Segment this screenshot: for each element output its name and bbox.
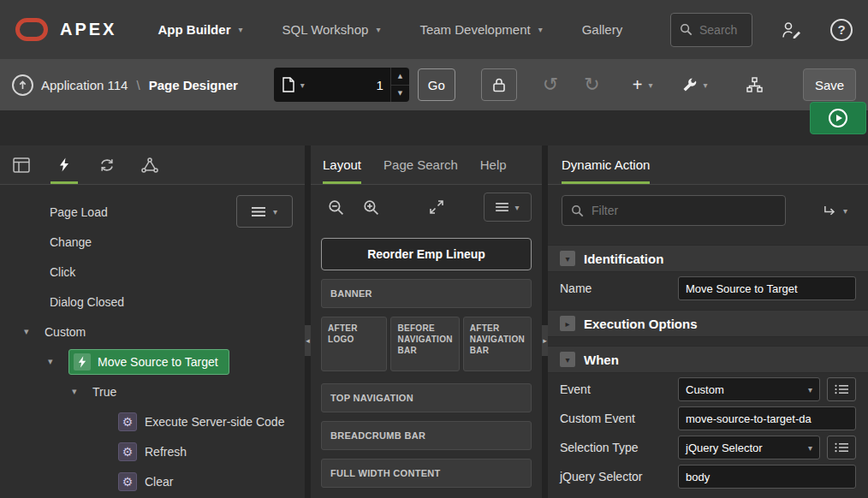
gear-icon: ⚙	[118, 472, 137, 491]
custom-event-input[interactable]	[678, 406, 856, 430]
tree-item-label: Custom	[45, 325, 86, 339]
stepper-up-icon[interactable]: ▲	[391, 68, 409, 86]
collapse-left-icon[interactable]: ◂	[305, 325, 311, 356]
tab-dynamic-action[interactable]: Dynamic Action	[562, 145, 650, 184]
expand-icon[interactable]: ▸	[560, 316, 575, 331]
redo-icon[interactable]: ↻	[584, 75, 599, 94]
page-selector[interactable]: ▾ ▲ ▼	[274, 68, 409, 102]
collapse-icon[interactable]: ▾	[560, 251, 575, 266]
shared-components-view-button[interactable]	[746, 77, 763, 92]
event-select[interactable]: Custom ▾	[678, 377, 820, 401]
go-to-group-button[interactable]: ▾	[823, 205, 847, 217]
filter-box[interactable]	[562, 195, 786, 226]
field-label: Name	[560, 282, 678, 295]
selection-type-list-button[interactable]	[827, 436, 856, 459]
tree-menu-button[interactable]: ▾	[236, 195, 293, 228]
tree-item-refresh[interactable]: ⚙ Refresh	[0, 436, 305, 466]
section-execution-options[interactable]: ▸ Execution Options	[548, 310, 868, 337]
layout-region-before-navigation-bar[interactable]: BEFORE NAVIGATION BAR	[390, 317, 459, 371]
section-when[interactable]: ▾ When	[548, 346, 868, 373]
layout-region-breadcrumb-bar[interactable]: BREADCRUMB BAR	[321, 421, 532, 450]
tree-item-label: Click	[50, 265, 75, 279]
tab-processing[interactable]	[86, 145, 128, 184]
nav-label: Team Development	[419, 22, 530, 37]
field-row-event: Event Custom ▾	[548, 376, 868, 402]
header-search[interactable]	[670, 13, 752, 47]
section-identification[interactable]: ▾ Identification	[548, 245, 868, 272]
tree-expand-icon[interactable]: ▾	[48, 356, 68, 367]
filter-input[interactable]	[592, 204, 776, 217]
layout-region-grid: AFTER LOGO BEFORE NAVIGATION BAR AFTER N…	[321, 317, 532, 371]
nav-sql-workshop[interactable]: SQL Workshop ▾	[282, 22, 381, 37]
create-menu-button[interactable]: + ▾	[633, 75, 653, 95]
stepper-down-icon[interactable]: ▼	[391, 86, 409, 103]
page-finder-dropdown[interactable]: ▾	[274, 77, 313, 92]
layout-region-full-width-content[interactable]: FULL WIDTH CONTENT	[321, 459, 532, 488]
jquery-selector-input[interactable]	[678, 465, 856, 489]
layout-toolbar: ▾	[311, 185, 542, 229]
save-button[interactable]: Save	[803, 68, 856, 101]
tab-page-shared-components[interactable]	[128, 145, 171, 184]
zoom-out-icon[interactable]	[328, 199, 344, 216]
page-number-stepper[interactable]: ▲ ▼	[390, 68, 409, 102]
back-to-app-icon[interactable]	[12, 74, 33, 96]
collapse-right-icon[interactable]: ▸	[542, 325, 548, 356]
go-to-icon	[823, 205, 837, 217]
selected-tree-node[interactable]: Move Source to Target	[68, 349, 229, 375]
left-splitter[interactable]: ◂	[305, 145, 311, 498]
nav-app-builder[interactable]: App Builder ▾	[158, 22, 242, 37]
save-and-run-button[interactable]	[810, 102, 866, 134]
undo-icon[interactable]: ↺	[543, 75, 558, 94]
tree-item-click[interactable]: Click	[0, 257, 305, 287]
menu-icon	[252, 206, 265, 217]
chevron-down-icon: ▾	[238, 25, 242, 34]
help-icon[interactable]: ?	[830, 19, 853, 41]
right-splitter[interactable]: ▸	[542, 145, 548, 498]
tab-help[interactable]: Help	[480, 145, 507, 184]
layout-region-after-logo[interactable]: AFTER LOGO	[321, 317, 387, 371]
tree-expand-icon[interactable]: ▾	[72, 386, 92, 397]
tree-item-clear[interactable]: ⚙ Clear	[0, 466, 305, 496]
tab-dynamic-actions[interactable]	[43, 145, 86, 184]
utilities-menu-button[interactable]: ▾	[681, 77, 707, 92]
layout-region-banner[interactable]: BANNER	[321, 279, 532, 308]
chevron-down-icon: ▾	[843, 206, 847, 216]
layout-menu-button[interactable]: ▾	[484, 193, 532, 222]
search-icon	[680, 23, 693, 36]
go-button[interactable]: Go	[418, 68, 455, 101]
page-number-input[interactable]	[313, 78, 383, 92]
select-value: Custom	[686, 383, 724, 396]
tree-item-execute-server-side-code[interactable]: ⚙ Execute Server-side Code	[0, 406, 305, 436]
tab-layout[interactable]: Layout	[323, 145, 361, 184]
wrench-icon	[681, 77, 697, 92]
zoom-in-icon[interactable]	[363, 199, 379, 216]
name-input[interactable]	[678, 276, 856, 300]
event-list-button[interactable]	[827, 377, 856, 401]
layout-region-top-navigation[interactable]: TOP NAVIGATION	[321, 383, 532, 412]
tree-item-move-source-to-target[interactable]: ▾ Move Source to Target	[0, 347, 305, 376]
tab-page-search[interactable]: Page Search	[383, 145, 458, 184]
tree-item-custom[interactable]: ▾ Custom	[0, 317, 305, 347]
bolt-icon	[59, 157, 69, 172]
breadcrumb-application-link[interactable]: Application 114	[41, 78, 128, 92]
selection-type-select[interactable]: jQuery Selector ▾	[678, 436, 820, 459]
lock-page-button[interactable]	[481, 68, 517, 101]
tab-label: Dynamic Action	[562, 157, 650, 172]
tab-rendering[interactable]	[0, 145, 43, 184]
tree-expand-icon[interactable]: ▾	[24, 326, 45, 337]
chevron-down-icon: ▾	[538, 25, 543, 34]
nav-team-development[interactable]: Team Development ▾	[419, 22, 542, 37]
reorder-emp-lineup-button[interactable]: Reorder Emp Lineup	[321, 238, 532, 270]
tree-item-change[interactable]: Change	[0, 227, 305, 257]
document-icon	[282, 77, 294, 92]
nav-gallery[interactable]: Gallery	[582, 22, 623, 37]
user-edit-icon[interactable]	[782, 21, 801, 39]
tree-item-dialog-closed[interactable]: Dialog Closed	[0, 287, 305, 317]
brand-title: APEX	[60, 20, 116, 39]
search-input[interactable]	[699, 23, 743, 37]
collapse-icon[interactable]: ▾	[560, 352, 575, 367]
layout-region-after-navigation-bar[interactable]: AFTER NAVIGATION BAR	[463, 317, 532, 371]
list-icon	[835, 442, 848, 453]
tree-item-true[interactable]: ▾ True	[0, 376, 305, 406]
expand-icon[interactable]	[429, 199, 444, 215]
